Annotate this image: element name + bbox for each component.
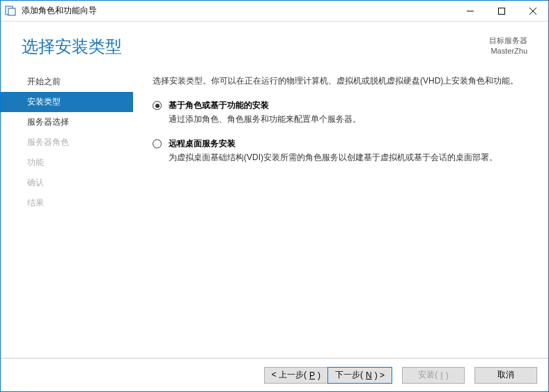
previous-button[interactable]: < 上一步(P) <box>264 367 328 384</box>
page-description: 选择安装类型。你可以在正在运行的物理计算机、虚拟机或脱机虚拟硬盘(VHD)上安装… <box>153 75 527 87</box>
install-button: 安装(I) <box>402 367 465 384</box>
destination-label: 目标服务器 <box>489 36 527 46</box>
option-role-based-title: 基于角色或基于功能的安装 <box>169 100 527 111</box>
option-remote-desktop-title: 远程桌面服务安装 <box>169 138 527 150</box>
cancel-button[interactable]: 取消 <box>474 367 537 384</box>
app-icon <box>5 6 16 17</box>
destination-value: MasterZhu <box>489 46 527 56</box>
svg-rect-1 <box>8 8 15 15</box>
page-title: 选择安装类型 <box>22 36 489 58</box>
body: 开始之前 安装类型 服务器选择 服务器角色 功能 确认 结果 选择安装类型。你可… <box>1 65 548 358</box>
content: 选择安装类型。你可以在正在运行的物理计算机、虚拟机或脱机虚拟硬盘(VHD)上安装… <box>133 65 548 358</box>
wizard-window: 添加角色和功能向导 选择安装类型 目标服务器 MasterZhu 开始之前 安装… <box>0 0 549 392</box>
radio-role-based[interactable] <box>153 101 162 110</box>
nav-buttons: < 上一步(P) 下一步(N) > <box>264 367 392 384</box>
header: 选择安装类型 目标服务器 MasterZhu <box>1 22 548 65</box>
close-button[interactable] <box>517 1 548 21</box>
option-remote-desktop-desc: 为虚拟桌面基础结构(VDI)安装所需的角色服务以创建基于虚拟机或基于会话的桌面部… <box>169 151 527 164</box>
svg-rect-3 <box>498 8 504 14</box>
footer: < 上一步(P) 下一步(N) > 安装(I) 取消 <box>1 358 548 391</box>
cancel-group: 取消 <box>474 367 537 384</box>
window-controls <box>454 1 548 21</box>
next-button[interactable]: 下一步(N) > <box>327 367 392 384</box>
sidebar-item-install-type[interactable]: 安装类型 <box>1 92 133 112</box>
minimize-button[interactable] <box>454 1 486 21</box>
sidebar-item-server-selection[interactable]: 服务器选择 <box>1 112 133 132</box>
action-buttons: 安装(I) <box>402 367 465 384</box>
option-role-based-desc: 通过添加角色、角色服务和功能来配置单个服务器。 <box>169 113 527 125</box>
destination-info: 目标服务器 MasterZhu <box>489 36 527 57</box>
sidebar-item-server-roles: 服务器角色 <box>1 132 133 152</box>
option-role-based[interactable]: 基于角色或基于功能的安装 通过添加角色、角色服务和功能来配置单个服务器。 <box>153 100 527 125</box>
sidebar-item-before-begin[interactable]: 开始之前 <box>1 72 133 92</box>
sidebar-item-results: 结果 <box>1 193 133 213</box>
window-title: 添加角色和功能向导 <box>20 5 454 17</box>
option-remote-desktop[interactable]: 远程桌面服务安装 为虚拟桌面基础结构(VDI)安装所需的角色服务以创建基于虚拟机… <box>153 138 527 164</box>
sidebar-item-features: 功能 <box>1 152 133 173</box>
titlebar: 添加角色和功能向导 <box>1 1 548 22</box>
sidebar: 开始之前 安装类型 服务器选择 服务器角色 功能 确认 结果 <box>1 65 133 358</box>
radio-remote-desktop[interactable] <box>153 139 162 148</box>
sidebar-item-confirmation: 确认 <box>1 173 133 193</box>
maximize-button[interactable] <box>486 1 517 21</box>
